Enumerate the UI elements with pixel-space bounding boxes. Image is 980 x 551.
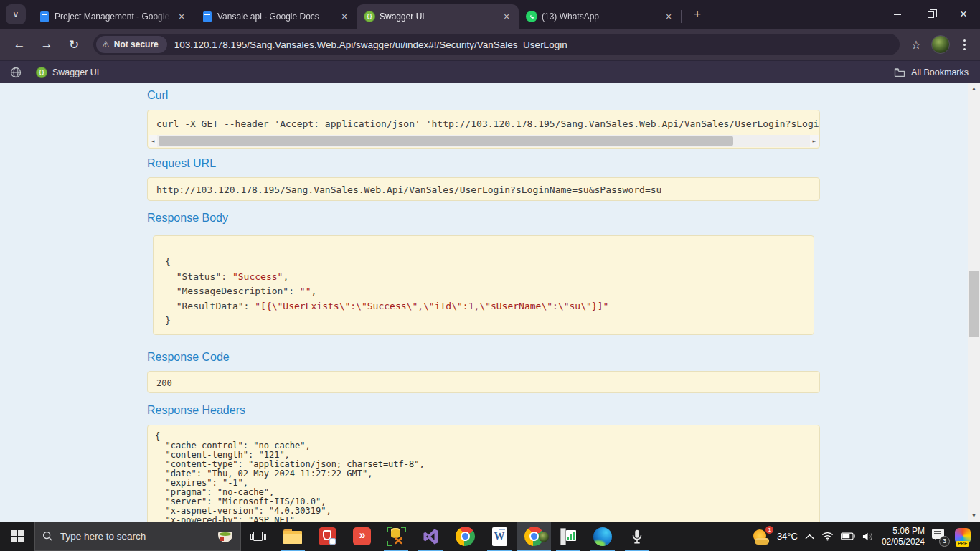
task-view-icon bbox=[250, 531, 266, 542]
response-body-code: { "Status": "Success", "MessageDescripti… bbox=[153, 235, 814, 335]
window-minimize-button[interactable] bbox=[881, 0, 914, 29]
tab-search-button[interactable]: ∨ bbox=[6, 4, 26, 24]
back-button[interactable]: ← bbox=[8, 33, 31, 56]
shield-lock-icon bbox=[319, 527, 336, 545]
tab-close-icon[interactable]: × bbox=[338, 10, 351, 23]
minimize-icon bbox=[894, 14, 901, 15]
google-docs-icon bbox=[202, 11, 213, 22]
tab-swagger-ui[interactable]: {} Swagger UI × bbox=[357, 4, 519, 29]
menu-kebab-icon bbox=[963, 39, 966, 42]
warning-icon: ⚠ bbox=[102, 39, 110, 50]
taskbar-chrome-active[interactable] bbox=[517, 522, 551, 551]
restore-icon bbox=[928, 11, 934, 18]
taskbar-file-explorer[interactable] bbox=[275, 522, 310, 551]
battery-status[interactable] bbox=[837, 522, 859, 551]
window-restore-button[interactable] bbox=[914, 0, 947, 29]
all-bookmarks-label: All Bookmarks bbox=[911, 67, 969, 77]
bookmark-swagger-ui[interactable]: {} Swagger UI bbox=[30, 64, 105, 81]
windows-logo-icon bbox=[11, 530, 24, 543]
profile-avatar[interactable] bbox=[931, 35, 950, 54]
scrollbar-track[interactable] bbox=[157, 135, 810, 147]
visual-studio-icon bbox=[421, 527, 440, 546]
taskbar-sql-management-studio[interactable] bbox=[379, 522, 413, 551]
response-body-heading: Response Body bbox=[147, 212, 228, 225]
start-button[interactable] bbox=[0, 522, 34, 551]
scroll-left-icon[interactable]: ◄ bbox=[149, 138, 157, 144]
star-icon: ☆ bbox=[911, 38, 921, 52]
page-vertical-scrollbar[interactable]: ▲ ▼ bbox=[968, 83, 980, 522]
tab-whatsapp[interactable]: (13) WhatsApp × bbox=[519, 4, 681, 29]
curl-horizontal-scrollbar[interactable]: ◄ ► bbox=[149, 135, 819, 147]
browser-toolbar: ← → ↻ ⚠ Not secure 103.120.178.195/Sang.… bbox=[0, 29, 980, 60]
clock-date: 02/05/2024 bbox=[882, 537, 925, 547]
weather-widget[interactable]: 1 34°C bbox=[750, 522, 801, 551]
window-controls: × bbox=[881, 0, 980, 29]
tab-vansale-api[interactable]: Vansale api - Google Docs × bbox=[194, 4, 357, 29]
tab-title: Swagger UI bbox=[380, 11, 496, 22]
response-code-heading: Response Code bbox=[147, 351, 230, 364]
wifi-status[interactable] bbox=[818, 522, 837, 551]
scroll-up-icon[interactable]: ▲ bbox=[968, 83, 980, 95]
swagger-icon: {} bbox=[364, 11, 375, 22]
taskbar-performance-app[interactable] bbox=[551, 522, 585, 551]
close-icon: × bbox=[960, 7, 967, 22]
chevron-up-icon bbox=[805, 534, 814, 540]
search-icon bbox=[42, 531, 53, 542]
battery-icon bbox=[841, 532, 855, 540]
weather-badge: 1 bbox=[765, 526, 773, 534]
scrollbar-thumb[interactable] bbox=[969, 271, 979, 337]
response-headers-heading: Response Headers bbox=[147, 404, 245, 417]
clock-time: 5:06 PM bbox=[882, 526, 925, 537]
window-close-button[interactable]: × bbox=[947, 0, 980, 29]
curl-command: curl -X GET --header 'Accept: applicatio… bbox=[148, 110, 819, 129]
tab-close-icon[interactable]: × bbox=[175, 10, 188, 23]
security-label: Not secure bbox=[114, 39, 159, 50]
all-bookmarks-button[interactable]: All Bookmarks bbox=[890, 67, 973, 77]
browser-menu-button[interactable] bbox=[954, 34, 974, 55]
tab-title: (13) WhatsApp bbox=[542, 11, 658, 22]
scroll-right-icon[interactable]: ► bbox=[810, 138, 819, 144]
taskbar-visual-studio[interactable] bbox=[413, 522, 448, 551]
tab-project-management[interactable]: Project Management - Google × bbox=[32, 4, 194, 29]
profile-overlay-avatar bbox=[538, 532, 548, 542]
hidden-icons-button[interactable] bbox=[801, 522, 818, 551]
back-icon: ← bbox=[14, 37, 26, 52]
taskbar-chrome[interactable] bbox=[448, 522, 482, 551]
new-tab-button[interactable]: + bbox=[687, 4, 707, 24]
taskbar-security-app[interactable] bbox=[310, 522, 344, 551]
side-panel-globe-button[interactable] bbox=[7, 64, 24, 81]
tab-close-icon[interactable]: × bbox=[662, 10, 675, 23]
scroll-down-icon[interactable]: ▼ bbox=[968, 510, 980, 522]
taskbar-anydesk[interactable]: » bbox=[344, 522, 379, 551]
address-bar[interactable]: ⚠ Not secure 103.120.178.195/Sang.Vansal… bbox=[93, 34, 900, 55]
site-security-chip[interactable]: ⚠ Not secure bbox=[96, 36, 167, 53]
taskbar-search-box[interactable]: Type here to search bbox=[34, 522, 241, 551]
tab-close-icon[interactable]: × bbox=[500, 10, 513, 23]
forward-button[interactable]: → bbox=[35, 33, 58, 56]
taskbar-edge[interactable] bbox=[585, 522, 620, 551]
request-url-value: http://103.120.178.195/Sang.VanSales.Web… bbox=[147, 177, 820, 201]
volume-status[interactable] bbox=[859, 522, 878, 551]
url-text: 103.120.178.195/Sang.Vansales.Web.Api/sw… bbox=[174, 39, 567, 50]
taskbar-word[interactable]: W bbox=[482, 522, 517, 551]
task-view-button[interactable] bbox=[241, 522, 275, 551]
reload-button[interactable]: ↻ bbox=[62, 33, 85, 56]
notification-center-button[interactable]: 3 bbox=[928, 522, 951, 551]
copilot-button[interactable]: PRE bbox=[951, 522, 976, 551]
wifi-icon bbox=[821, 532, 834, 541]
tab-title: Project Management - Google bbox=[55, 11, 171, 22]
database-tools-icon bbox=[387, 527, 406, 546]
curl-box: curl -X GET --header 'Accept: applicatio… bbox=[147, 110, 820, 149]
response-code-value: 200 bbox=[147, 371, 820, 393]
search-teacup-icon[interactable] bbox=[217, 529, 233, 545]
clock-widget[interactable]: 5:06 PM 02/05/2024 bbox=[878, 522, 928, 551]
bookmark-star-button[interactable]: ☆ bbox=[905, 34, 927, 55]
scrollbar-thumb[interactable] bbox=[159, 136, 733, 146]
taskbar: Type here to search » bbox=[0, 522, 980, 551]
speaker-icon bbox=[862, 532, 875, 542]
bookmark-label: Swagger UI bbox=[52, 67, 99, 77]
taskbar-voice-recorder[interactable] bbox=[620, 522, 654, 551]
chrome-icon bbox=[520, 523, 547, 550]
bookmarks-divider bbox=[882, 66, 882, 79]
chrome-icon bbox=[451, 523, 479, 550]
